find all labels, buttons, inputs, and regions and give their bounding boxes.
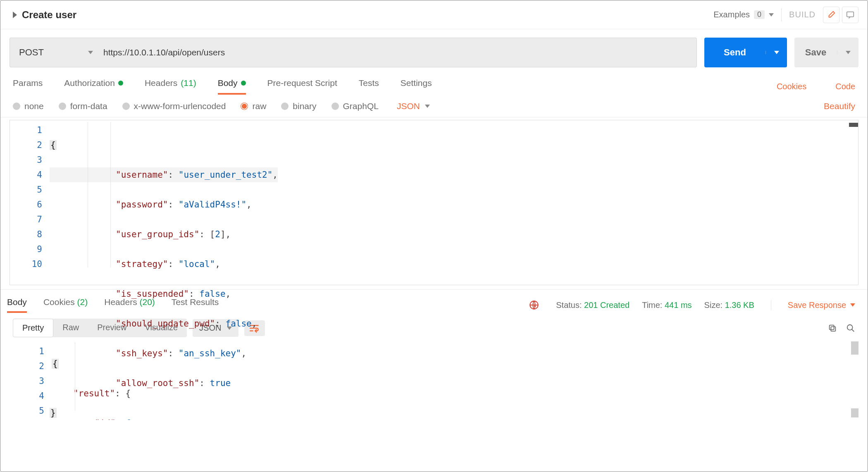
minimap-marker	[849, 123, 858, 127]
send-dropdown[interactable]	[765, 51, 787, 54]
code-token: "result"	[52, 389, 115, 398]
code-token: {	[50, 140, 57, 150]
body-lang-select[interactable]: JSON	[397, 101, 430, 111]
code-token: 2	[215, 229, 220, 239]
body-type-row: none form-data x-www-form-urlencoded raw…	[0, 95, 868, 117]
chevron-down-icon	[425, 105, 430, 108]
divider	[781, 8, 782, 21]
edit-icon[interactable]	[823, 7, 839, 23]
body-type-raw[interactable]: raw	[241, 101, 266, 111]
copy-icon[interactable]	[828, 324, 837, 333]
request-url-input[interactable]: https://10.0.1.10/api/open/users	[95, 38, 697, 67]
expand-icon[interactable]	[13, 12, 17, 18]
code-area[interactable]: { "result": { "id": 6 } }	[52, 341, 131, 420]
body-lang-label: JSON	[397, 101, 420, 111]
search-icon[interactable]	[846, 324, 855, 333]
save-response-label: Save Response	[788, 300, 846, 310]
examples-label: Examples	[713, 10, 750, 19]
radio-icon	[13, 103, 20, 110]
status-dot-icon	[241, 81, 246, 86]
request-header-bar: Create user Examples 0 BUILD	[0, 0, 868, 29]
radio-icon	[281, 103, 289, 110]
request-url-value: https://10.0.1.10/api/open/users	[103, 48, 225, 57]
code-token: "should_update_pwd"	[116, 319, 215, 329]
line-gutter: 12345678910	[10, 120, 50, 285]
body-type-graphql[interactable]: GraphQL	[331, 101, 379, 111]
line-gutter: 12345	[12, 341, 52, 420]
request-title: Create user	[22, 9, 76, 21]
examples-dropdown[interactable]: Examples 0	[713, 10, 774, 19]
comments-icon[interactable]	[842, 7, 858, 23]
tab-headers[interactable]: Headers (11)	[145, 78, 196, 95]
examples-count-badge: 0	[754, 10, 765, 19]
code-token: "id"	[52, 418, 116, 420]
radio-icon	[331, 103, 339, 110]
scrollbar[interactable]	[851, 408, 858, 417]
code-token: "is_suspended"	[116, 289, 189, 299]
body-type-binary[interactable]: binary	[281, 101, 316, 111]
code-token: "local"	[179, 259, 215, 269]
status-dot-icon	[118, 81, 123, 86]
body-type-form-data[interactable]: form-data	[59, 101, 107, 111]
request-body-editor[interactable]: 12345678910 { "username": "user_under_te…	[10, 120, 858, 285]
body-type-none[interactable]: none	[13, 101, 44, 111]
svg-point-4	[847, 324, 853, 330]
tab-authorization[interactable]: Authorization	[64, 78, 123, 95]
status-value: 201 Created	[584, 300, 630, 310]
view-pretty[interactable]: Pretty	[13, 319, 53, 337]
tab-params[interactable]: Params	[13, 78, 43, 95]
response-body-editor[interactable]: 12345 { "result": { "id": 6 } }	[10, 341, 858, 420]
chevron-down-icon	[846, 51, 851, 54]
request-line: POST https://10.0.1.10/api/open/users Se…	[0, 29, 868, 72]
divider	[771, 300, 771, 310]
size-value: 1.36 KB	[725, 300, 754, 310]
scrollbar[interactable]	[851, 341, 858, 355]
code-token: 6	[126, 418, 131, 420]
svg-rect-2	[831, 327, 835, 331]
network-warning-icon[interactable]	[529, 300, 539, 310]
http-method-select[interactable]: POST	[10, 38, 103, 67]
code-token: "user_group_ids"	[116, 229, 199, 239]
request-tabs: Params Authorization Headers (11) Body P…	[0, 72, 868, 95]
code-token: {	[52, 359, 59, 369]
chevron-down-icon	[774, 51, 779, 54]
response-tab-body[interactable]: Body	[7, 297, 27, 313]
time-label: Time:	[642, 300, 662, 310]
tab-prerequest[interactable]: Pre-request Script	[267, 78, 337, 95]
code-link[interactable]: Code	[835, 82, 855, 91]
http-method-value: POST	[19, 47, 44, 58]
code-token: "aValidP4ss!"	[179, 200, 246, 210]
build-mode-label: BUILD	[789, 10, 816, 19]
cookies-link[interactable]: Cookies	[777, 82, 806, 91]
radio-icon	[59, 103, 66, 110]
tab-tests[interactable]: Tests	[359, 78, 379, 95]
save-dropdown[interactable]	[837, 51, 858, 54]
status-label: Status:	[556, 300, 582, 310]
size-label: Size:	[704, 300, 723, 310]
svg-rect-3	[830, 325, 834, 329]
chevron-down-icon	[769, 13, 774, 17]
code-token: "strategy"	[116, 259, 168, 269]
code-token: false	[199, 289, 225, 299]
chevron-down-icon	[850, 303, 855, 307]
beautify-link[interactable]: Beautify	[824, 101, 855, 111]
tab-body[interactable]: Body	[218, 78, 246, 95]
save-response-dropdown[interactable]: Save Response	[788, 300, 855, 310]
send-button-label: Send	[724, 47, 746, 58]
body-type-urlencoded[interactable]: x-www-form-urlencoded	[122, 101, 226, 111]
code-token: "username"	[116, 170, 168, 180]
code-token: false	[226, 319, 252, 329]
code-token: "password"	[116, 200, 168, 210]
radio-icon	[241, 103, 248, 110]
code-area[interactable]: { "username": "user_under_test2", "passw…	[50, 120, 278, 285]
response-stats: Status: 201 Created Time: 441 ms Size: 1…	[556, 300, 754, 310]
time-value: 441 ms	[665, 300, 692, 310]
send-button[interactable]: Send	[704, 38, 787, 67]
save-button[interactable]: Save	[794, 38, 858, 67]
chevron-down-icon	[88, 51, 93, 54]
save-button-label: Save	[805, 47, 826, 58]
svg-rect-0	[847, 12, 854, 17]
tab-settings[interactable]: Settings	[401, 78, 432, 95]
radio-icon	[122, 103, 130, 110]
code-token: "user_under_test2"	[179, 170, 273, 180]
